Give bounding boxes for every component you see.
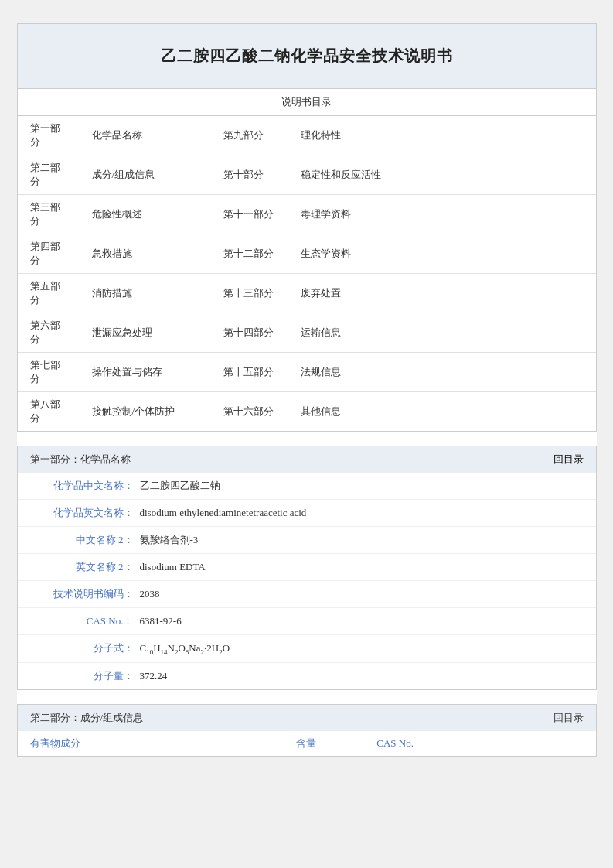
toc-col-num1: 第三部分 <box>18 195 80 234</box>
main-title: 乙二胺四乙酸二钠化学品安全技术说明书 <box>33 46 581 67</box>
field-row: 技术说明书编码：2038 <box>18 581 596 608</box>
toc-col-name1: 成分/组成信息 <box>80 155 211 195</box>
part1-header: 第一部分：化学品名称 回目录 <box>18 446 596 473</box>
toc-col-name2: 其他信息 <box>288 392 596 432</box>
field-label: 中文名称 2： <box>33 533 134 547</box>
toc-col-name2: 毒理学资料 <box>288 195 596 234</box>
toc-col-num1: 第五部分 <box>18 274 80 313</box>
field-value: disodium EDTA <box>140 561 206 573</box>
toc-row: 第六部分 泄漏应急处理 第十四部分 运输信息 <box>18 313 596 353</box>
toc-col-name2: 运输信息 <box>288 313 596 353</box>
toc-col-num1: 第四部分 <box>18 234 80 274</box>
field-value: 2038 <box>140 588 160 600</box>
toc-col-name1: 急救措施 <box>80 234 211 274</box>
field-label: 技术说明书编码： <box>33 587 134 601</box>
field-label: 英文名称 2： <box>33 560 134 574</box>
field-row: 化学品中文名称：乙二胺四乙酸二钠 <box>18 473 596 500</box>
field-row: CAS No.：6381-92-6 <box>18 608 596 635</box>
toc-row: 第三部分 危险性概述 第十一部分 毒理学资料 <box>18 195 596 234</box>
toc-table: 第一部分 化学品名称 第九部分 理化特性 第二部分 成分/组成信息 第十部分 稳… <box>18 116 596 431</box>
part2-table-header-row: 有害物成分 含量 CAS No. <box>18 731 596 757</box>
part1-content: 化学品中文名称：乙二胺四乙酸二钠化学品英文名称：disodium ethylen… <box>18 473 596 689</box>
field-row: 中文名称 2：氨羧络合剂-3 <box>18 527 596 554</box>
toc-col-num1: 第七部分 <box>18 353 80 392</box>
toc-col-name1: 泄漏应急处理 <box>80 313 211 353</box>
field-label: 分子式： <box>33 641 134 655</box>
part1-back-link[interactable]: 回目录 <box>553 453 584 466</box>
field-value: C10H14N2O8Na2·2H2O <box>140 642 230 656</box>
toc-row: 第一部分 化学品名称 第九部分 理化特性 <box>18 116 596 155</box>
field-label: 化学品英文名称： <box>33 506 134 520</box>
part2-back-link[interactable]: 回目录 <box>553 711 584 725</box>
toc-col-num1: 第一部分 <box>18 116 80 155</box>
toc-col-name1: 危险性概述 <box>80 195 211 234</box>
toc-col-name2: 法规信息 <box>288 353 596 392</box>
toc-col-name1: 接触控制/个体防护 <box>80 392 211 432</box>
toc-col-num1: 第六部分 <box>18 313 80 353</box>
toc-col-num2: 第九部分 <box>211 116 288 155</box>
field-row: 分子量：372.24 <box>18 663 596 689</box>
toc-col-name1: 化学品名称 <box>80 116 211 155</box>
toc-col-name1: 操作处置与储存 <box>80 353 211 392</box>
toc-col-num2: 第十三部分 <box>211 274 288 313</box>
field-row: 分子式：C10H14N2O8Na2·2H2O <box>18 635 596 663</box>
toc-col-num2: 第十五部分 <box>211 353 288 392</box>
part2-title: 第二部分：成分/组成信息 <box>30 711 144 725</box>
field-value: disodium ethylenediaminetetraacetic acid <box>140 507 307 519</box>
part2-section: 第二部分：成分/组成信息 回目录 有害物成分 含量 CAS No. <box>17 704 597 757</box>
toc-col-num1: 第二部分 <box>18 155 80 195</box>
toc-col-num2: 第十部分 <box>211 155 288 195</box>
part1-section: 第一部分：化学品名称 回目录 化学品中文名称：乙二胺四乙酸二钠化学品英文名称：d… <box>17 446 597 690</box>
toc-row: 第八部分 接触控制/个体防护 第十六部分 其他信息 <box>18 392 596 432</box>
toc-col-num2: 第十四部分 <box>211 313 288 353</box>
part1-title: 第一部分：化学品名称 <box>30 453 131 466</box>
toc-col-name2: 稳定性和反应活性 <box>288 155 596 195</box>
field-label: CAS No.： <box>33 614 134 628</box>
toc-row: 第五部分 消防措施 第十三部分 废弃处置 <box>18 274 596 313</box>
toc-col-name2: 生态学资料 <box>288 234 596 274</box>
page: 乙二胺四乙酸二钠化学品安全技术说明书 说明书目录 第一部分 化学品名称 第九部分… <box>17 23 597 757</box>
toc-header: 说明书目录 <box>18 89 596 116</box>
toc-row: 第七部分 操作处置与储存 第十五部分 法规信息 <box>18 353 596 392</box>
col-content-header: 含量 <box>249 731 365 757</box>
toc-row: 第二部分 成分/组成信息 第十部分 稳定性和反应活性 <box>18 155 596 195</box>
toc-col-num2: 第十二部分 <box>211 234 288 274</box>
toc-col-name1: 消防措施 <box>80 274 211 313</box>
toc-row: 第四部分 急救措施 第十二部分 生态学资料 <box>18 234 596 274</box>
col-hazardous-header: 有害物成分 <box>18 731 249 757</box>
field-value: 372.24 <box>140 670 168 682</box>
col-cas-header: CAS No. <box>364 731 595 757</box>
part2-table: 有害物成分 含量 CAS No. <box>18 731 596 757</box>
field-value: 6381-92-6 <box>140 615 182 627</box>
toc-col-name2: 废弃处置 <box>288 274 596 313</box>
toc-col-name2: 理化特性 <box>288 116 596 155</box>
part2-header: 第二部分：成分/组成信息 回目录 <box>18 705 596 731</box>
field-value: 氨羧络合剂-3 <box>140 533 199 547</box>
field-label: 化学品中文名称： <box>33 479 134 493</box>
field-row: 化学品英文名称：disodium ethylenediaminetetraace… <box>18 500 596 527</box>
field-label: 分子量： <box>33 669 134 683</box>
toc-col-num1: 第八部分 <box>18 392 80 432</box>
toc-col-num2: 第十六部分 <box>211 392 288 432</box>
toc-section: 说明书目录 第一部分 化学品名称 第九部分 理化特性 第二部分 成分/组成信息 … <box>17 89 597 432</box>
title-section: 乙二胺四乙酸二钠化学品安全技术说明书 <box>17 23 597 89</box>
field-value: 乙二胺四乙酸二钠 <box>140 479 220 493</box>
toc-col-num2: 第十一部分 <box>211 195 288 234</box>
field-row: 英文名称 2：disodium EDTA <box>18 554 596 581</box>
